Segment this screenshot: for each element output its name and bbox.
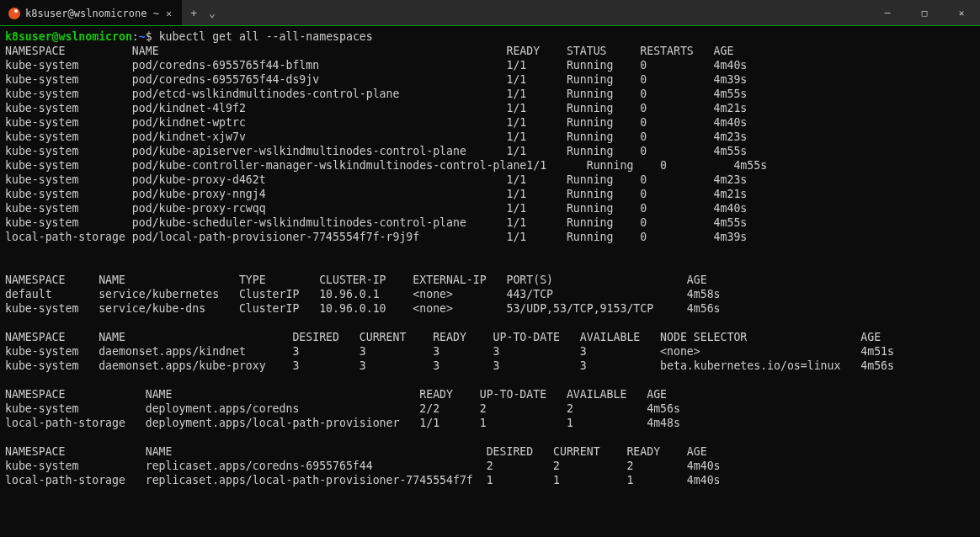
minimize-button[interactable]: ─ [869, 0, 906, 25]
new-tab-button[interactable]: + [190, 7, 197, 19]
tabbar: + ⌄ ─ □ ✕ [182, 0, 980, 25]
terminal-tab[interactable]: k8suser@wslnomicrone ~ ✕ [0, 0, 182, 25]
titlebar: k8suser@wslnomicrone ~ ✕ + ⌄ ─ □ ✕ [0, 0, 980, 25]
terminal-output[interactable]: k8suser@wslnomicron:~$ kubectl get all -… [0, 25, 980, 537]
tab-title: k8suser@wslnomicrone ~ [25, 8, 159, 19]
ubuntu-icon [8, 8, 20, 19]
tab-dropdown-button[interactable]: ⌄ [209, 7, 216, 19]
maximize-button[interactable]: □ [906, 0, 943, 25]
window-close-button[interactable]: ✕ [943, 0, 980, 25]
tab-close-button[interactable]: ✕ [164, 8, 173, 19]
window-controls: ─ □ ✕ [869, 0, 980, 25]
